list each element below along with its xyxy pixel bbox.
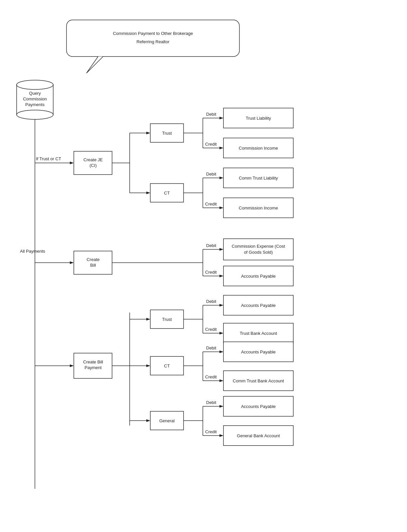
label-ct1-debit: Debit	[206, 172, 216, 177]
arrow-to-general	[146, 419, 150, 422]
trust2-label: Trust	[162, 317, 172, 322]
ct2-label: CT	[164, 363, 170, 368]
label-trust1-debit: Debit	[206, 112, 216, 117]
arrow-to-ct2	[146, 364, 150, 367]
label-bill-credit: Credit	[205, 270, 217, 275]
db-label3: Payments	[25, 102, 45, 107]
arrow-ct1-credit	[219, 206, 223, 209]
commission-expense-box	[223, 239, 293, 260]
label-ct1-credit: Credit	[205, 201, 217, 206]
arrow-to-create-je	[70, 162, 74, 164]
arrow-to-ct1	[146, 192, 150, 194]
arrow-ct2-debit	[219, 350, 223, 353]
title-line1: Commission Payment to Other Brokerage	[113, 31, 193, 36]
db-top	[17, 80, 53, 89]
arrow-trust2-credit	[219, 332, 223, 334]
label-ct2-credit: Credit	[205, 374, 217, 379]
create-bill-label1: Create	[86, 257, 99, 262]
comm-trust-liability-label: Comm Trust Liability	[239, 176, 278, 181]
commission-income-2-label: Commission Income	[239, 205, 278, 210]
title-line2: Referring Realtor	[137, 39, 170, 44]
arrow-bill-debit	[219, 248, 223, 251]
commission-expense-label1: Commission Expense (Cost	[232, 244, 285, 249]
label-general-credit: Credit	[205, 429, 217, 434]
create-je-label2: (CI)	[89, 163, 97, 168]
comm-trust-bank-label: Comm Trust Bank Account	[233, 378, 284, 383]
general-label: General	[159, 418, 175, 423]
label-trust2-debit: Debit	[206, 299, 216, 304]
trust-bank-account-label: Trust Bank Account	[240, 331, 277, 336]
arrow-to-bill-payment	[70, 364, 74, 367]
arrow-trust1-debit	[219, 117, 223, 119]
arrow-general-debit	[219, 405, 223, 408]
trust-liability-label: Trust Liability	[246, 116, 271, 121]
arrow-general-credit	[219, 434, 223, 437]
label-all-payments: All Payments	[20, 249, 45, 254]
accounts-payable-1-label: Accounts Payable	[241, 274, 276, 279]
create-bill-label2: Bill	[90, 263, 96, 268]
arrow-to-trust2	[146, 318, 150, 321]
arrow-ct1-debit	[219, 177, 223, 179]
arrow-trust1-credit	[219, 147, 223, 149]
arrow-ct2-credit	[219, 379, 223, 382]
label-general-debit: Debit	[206, 400, 216, 405]
create-je-label1: Create JE	[83, 157, 103, 162]
create-bill-payment-label2: Payment	[84, 365, 102, 370]
create-bill-payment-label1: Create Bill	[83, 359, 103, 364]
db-label1: Query	[29, 91, 41, 96]
accounts-payable-4-label: Accounts Payable	[241, 404, 276, 409]
arrow-to-trust1	[146, 132, 150, 134]
ct1-label: CT	[164, 191, 170, 196]
label-trust1-credit: Credit	[205, 142, 217, 147]
arrow-trust2-debit	[219, 304, 223, 307]
accounts-payable-2-label: Accounts Payable	[241, 303, 276, 308]
label-trust2-credit: Credit	[205, 327, 217, 332]
label-ct2-debit: Debit	[206, 345, 216, 350]
db-label2: Commission	[23, 96, 47, 101]
general-bank-account-label: General Bank Account	[237, 433, 280, 438]
title-box	[67, 20, 239, 57]
db-bottom	[17, 110, 53, 119]
accounts-payable-3-label: Accounts Payable	[241, 349, 276, 354]
commission-expense-label2: of Goods Sold)	[244, 250, 273, 255]
trust1-label: Trust	[162, 131, 172, 136]
commission-income-1-label: Commission Income	[239, 146, 278, 151]
label-if-trust: If Trust or CT	[36, 156, 61, 161]
arrow-to-create-bill	[70, 261, 74, 264]
arrow-bill-credit	[219, 275, 223, 277]
label-bill-debit: Debit	[206, 243, 216, 248]
